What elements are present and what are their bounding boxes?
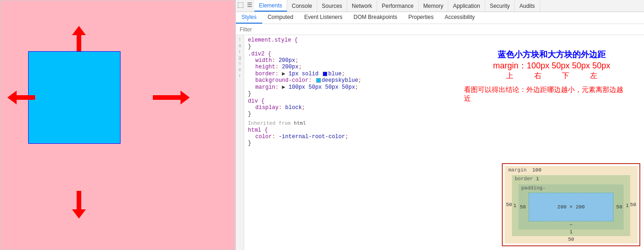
bm-content-size: 200 × 200 (557, 204, 584, 210)
css-prop-border: border: ▶ 1px solid blue; (255, 70, 640, 77)
bm-margin-top-val: 100 (532, 167, 542, 173)
subtab-dom-breakpoints[interactable]: DOM Breakpoints (348, 12, 403, 24)
svg-marker-1 (72, 191, 86, 219)
inherited-label: Inherited from html (248, 120, 640, 126)
bm-padding-bottom: – (569, 221, 573, 228)
tab-network[interactable]: Network (347, 0, 377, 12)
subtab-event-listeners[interactable]: Event Listeners (299, 12, 348, 24)
css-prop-color: color: -internal-root-color; (255, 134, 640, 140)
box-model-diagram: margin 100 50 50 50 border 1 1 1 1 (502, 163, 640, 246)
sidebar-indicator: a (239, 43, 241, 48)
devtools-panel: ⬚ ☰ Elements Console Sources Network Per… (235, 0, 644, 250)
bm-margin-bottom: 50 (568, 237, 574, 242)
tab-sources[interactable]: Sources (317, 0, 347, 12)
css-selector-div2: .div2 { (248, 51, 271, 57)
sidebar-indicator: e (239, 67, 241, 72)
css-prop-width: width: 200px; (255, 57, 640, 64)
sidebar-indicator: g (239, 55, 241, 60)
subtab-styles[interactable]: Styles (236, 12, 262, 24)
css-close-brace-html: } (248, 140, 251, 146)
svg-marker-3 (153, 91, 190, 104)
tab-memory[interactable]: Memory (419, 0, 448, 12)
css-prop-height: height: 200px; (255, 64, 640, 70)
bm-border-left: 1 (513, 203, 517, 208)
inspect-icon[interactable]: ☰ (245, 0, 254, 9)
css-rule-element-style: element.style { } (248, 37, 640, 50)
css-selector-html: html { (248, 127, 268, 134)
cursor-icon[interactable]: ⬚ (236, 0, 245, 9)
tab-security[interactable]: Security (485, 0, 515, 12)
tab-application[interactable]: Application (448, 0, 485, 12)
tab-elements[interactable]: Elements (254, 0, 287, 12)
bm-border-bottom: 1 (570, 229, 573, 235)
filter-input[interactable] (240, 26, 640, 33)
blue-square (28, 51, 120, 144)
css-prop-background-color: background-color: deepskyblue; (255, 77, 640, 84)
left-panel (0, 0, 235, 250)
bm-padding-left: 50 (520, 204, 526, 210)
bm-margin-right: 50 (630, 202, 636, 207)
css-close-brace: } (248, 43, 251, 50)
css-selector: element.style { (248, 37, 298, 43)
css-close-brace-div2: } (248, 91, 251, 97)
bm-border-val: 1 (536, 176, 539, 182)
subtab-computed[interactable]: Computed (262, 12, 299, 24)
sidebar-indicator: = (239, 61, 241, 66)
arrow-left (7, 91, 35, 108)
svg-marker-2 (7, 91, 35, 104)
css-close-brace-div: } (248, 111, 251, 117)
css-prop-display: display: block; (255, 104, 640, 111)
devtools-sub-tabs: Styles Computed Event Listeners DOM Brea… (236, 12, 644, 24)
svg-marker-0 (72, 26, 86, 54)
tab-console[interactable]: Console (287, 0, 317, 12)
css-rule-div: div { display: block; } (248, 98, 640, 117)
tab-performance[interactable]: Performance (377, 0, 419, 12)
bm-padding-label: padding- (521, 185, 546, 191)
devtools-main-tabs: ⬚ ☰ Elements Console Sources Network Per… (236, 0, 644, 12)
filter-bar (236, 24, 644, 35)
bm-margin-label: margin (508, 167, 527, 173)
bm-border-right: 1 (626, 203, 629, 208)
css-content-area: element.style { } .div2 { width: 200px; … (244, 35, 644, 250)
bm-border-label: border (515, 176, 533, 182)
bm-margin-left: 50 (506, 202, 512, 207)
subtab-properties[interactable]: Properties (403, 12, 439, 24)
subtab-accessibility[interactable]: Accessibility (439, 12, 480, 24)
css-rule-div2: .div2 { width: 200px; height: 200px; bor… (248, 51, 640, 97)
css-rule-html: html { color: -internal-root-color; } (248, 127, 640, 146)
arrow-right (153, 91, 190, 108)
css-prop-margin: margin: ▶ 100px 50px 50px 50px; (255, 84, 640, 91)
css-sidebar: l a r g = e r (236, 35, 244, 250)
tab-audits[interactable]: Audits (515, 0, 540, 12)
sidebar-indicator: r (239, 73, 241, 78)
arrow-down (72, 191, 86, 222)
css-selector-div: div { (248, 98, 265, 104)
sidebar-indicator: l (239, 37, 240, 42)
bm-padding-right: 50 (616, 204, 622, 210)
sidebar-indicator: r (239, 49, 241, 54)
